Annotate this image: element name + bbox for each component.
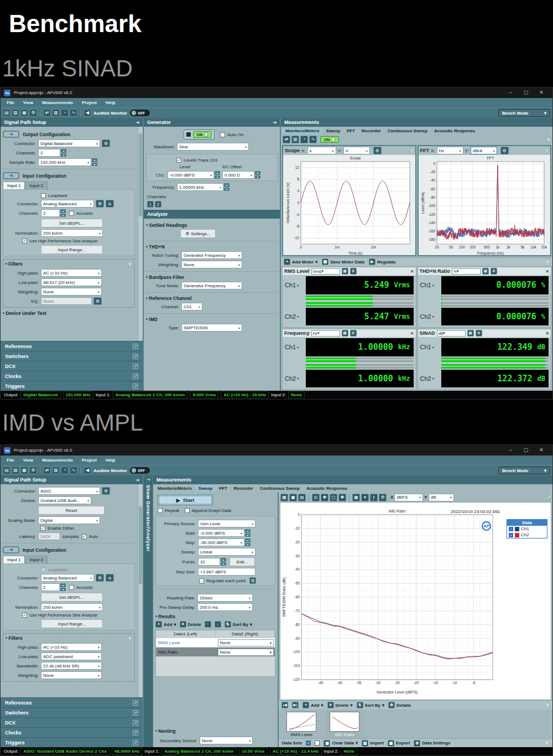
clock-icon[interactable]: ◔ xyxy=(300,136,308,143)
data2-select[interactable]: None▾ xyxy=(218,639,274,646)
reset-button[interactable]: Reset xyxy=(38,506,105,515)
display-mode-icon[interactable]: ▦ xyxy=(342,268,348,275)
tab-recorder[interactable]: Recorder xyxy=(231,485,256,491)
minimize-icon[interactable]: – xyxy=(503,87,518,98)
graph-x-select[interactable]: dBFS▾ xyxy=(394,494,423,501)
dataset1-checkbox[interactable]: ✓ xyxy=(306,741,311,745)
dock-icon[interactable]: ⇥ xyxy=(273,120,276,125)
popout-icon[interactable]: ↗ xyxy=(133,384,138,389)
gear-icon[interactable]: ⚙ xyxy=(476,330,482,336)
monitors-on-toggle[interactable]: ON xyxy=(320,136,339,143)
ch1-selector[interactable]: Ch1▾ xyxy=(420,344,439,350)
ch2-selector[interactable]: Ch2▾ xyxy=(420,375,439,382)
scope-settings-button[interactable]: ⚙ xyxy=(373,147,382,154)
close-icon[interactable]: ✕ xyxy=(410,269,414,274)
export-button[interactable]: ▦Export xyxy=(388,740,410,747)
show-generator-analyzer-strip[interactable]: ⇥ Show Generator/Analyzer xyxy=(144,475,153,747)
points-stepper[interactable]: ▴▾ xyxy=(221,558,226,566)
points-input[interactable]: 31 xyxy=(198,558,220,566)
menu-view[interactable]: View xyxy=(19,458,37,463)
display-mode-icon[interactable]: ▦ xyxy=(342,330,348,336)
result-row-rms-level[interactable]: RMS LevelNone▾ xyxy=(156,638,275,647)
set-dbspl-button[interactable]: Set dBSPL... xyxy=(41,593,103,602)
input-mic-button[interactable]: A xyxy=(106,200,114,208)
imd-type-select[interactable]: SMPTE/DIN▾ xyxy=(181,324,242,332)
primary-source-select[interactable]: Gen Level▾ xyxy=(198,520,255,527)
audible-monitor-toggle[interactable]: OFF xyxy=(130,467,150,474)
gear-icon[interactable]: ⚙ xyxy=(350,330,357,336)
input-channels-stepper[interactable]: ▴▾ xyxy=(60,583,66,591)
fit-icon[interactable]: ▢ xyxy=(330,494,337,501)
minimize-icon[interactable]: – xyxy=(503,445,518,455)
ref-channel-select[interactable]: Ch1▾ xyxy=(181,303,202,310)
input-connector-settings-button[interactable]: ⚙ xyxy=(96,200,104,208)
sidebar-item-dcx[interactable]: DCX↗ xyxy=(1,717,143,727)
save-icon[interactable]: ▦ xyxy=(20,109,28,117)
settings-icon[interactable]: ⚙ xyxy=(29,467,37,474)
input-connector-select[interactable]: Analog Balanced▾ xyxy=(41,200,94,208)
popout-icon[interactable]: ↗ xyxy=(133,730,138,736)
ch2-selector[interactable]: Ch2▾ xyxy=(420,313,439,320)
close-icon[interactable]: ✕ xyxy=(534,445,549,455)
reading-rate-select[interactable]: 16/sec▾ xyxy=(197,594,253,602)
level-input[interactable]: -0.000 dBFS▾ xyxy=(168,171,214,179)
close-icon[interactable]: ✕ xyxy=(545,331,549,336)
unit-select[interactable]: dB▾ xyxy=(437,330,466,336)
latency-auto-checkbox[interactable]: ✓ xyxy=(82,534,87,539)
tab-continuous-sweep[interactable]: Continuous Sweep xyxy=(385,128,430,134)
tab-monitors-meters[interactable]: Monitors/Meters xyxy=(283,128,322,134)
popout-icon[interactable]: ↗ xyxy=(133,710,138,716)
lowpass-select[interactable]: AES17 (20 kHz)▾ xyxy=(41,278,102,286)
scope-y-select[interactable]: V▾ xyxy=(343,147,370,154)
sidebar-item-switchers[interactable]: Switchers↗ xyxy=(1,707,143,717)
regulate-settings-button[interactable]: ⚙ xyxy=(249,577,256,584)
set-dbspl-button[interactable]: Set dBSPL... xyxy=(41,219,103,227)
lowpass-select[interactable]: ADC passband▾ xyxy=(41,653,102,660)
menu-help[interactable]: Help xyxy=(102,100,119,105)
swap-icon[interactable]: ⇄ xyxy=(283,136,290,143)
cursor-mode-icon[interactable]: ▾ xyxy=(361,494,369,501)
sidebar-item-dcx[interactable]: DCX↗ xyxy=(1,361,143,371)
input-channels-input[interactable]: 2 xyxy=(41,583,60,591)
loopback-checkbox[interactable] xyxy=(41,193,46,198)
delete-result-button[interactable]: ✕Delete xyxy=(180,621,201,628)
weighting-select[interactable]: None▾ xyxy=(41,671,102,679)
ch2-visible-checkbox[interactable]: ✓ xyxy=(509,533,513,537)
meters-icon[interactable]: ▥ xyxy=(291,136,299,143)
open-file-icon[interactable]: ▧ xyxy=(12,109,19,117)
bandwidth-select[interactable]: 22.4k (48 kHz SR)▾ xyxy=(41,662,102,670)
input-connector-select[interactable]: Analog Balanced▾ xyxy=(41,574,94,582)
latency-input[interactable]: 2424 xyxy=(38,532,60,540)
ch1-selector[interactable]: Ch1▾ xyxy=(420,282,439,288)
dc-offset-stepper[interactable]: ▴▾ xyxy=(255,171,260,179)
menu-project[interactable]: Project xyxy=(78,100,101,105)
clock-icon[interactable]: ◔ xyxy=(61,109,69,117)
sidebar-item-triggers[interactable]: Triggers↗ xyxy=(1,381,143,391)
output-connector-select[interactable]: ASIO▾ xyxy=(38,487,100,495)
sidebar-item-clocks[interactable]: Clocks↗ xyxy=(1,727,143,737)
data2-select[interactable]: None▾ xyxy=(218,649,274,656)
popout-icon[interactable]: ↗ xyxy=(405,269,409,274)
meters-icon[interactable]: ▥ xyxy=(52,467,60,474)
maximize-icon[interactable]: ▢ xyxy=(518,445,534,455)
sort-by-button[interactable]: ⇅Sort By▾ xyxy=(225,621,252,628)
regulate-button[interactable]: ▶Regulate xyxy=(369,258,396,265)
graph-settings-icon[interactable]: ⚙ xyxy=(379,494,387,501)
sweep-start-stepper[interactable]: ▴▾ xyxy=(245,529,251,537)
first-result-button[interactable]: |◀ xyxy=(281,702,288,708)
sweep-stop-stepper[interactable]: ▴▾ xyxy=(245,538,251,546)
menu-project[interactable]: Project xyxy=(78,458,101,463)
waveform-select[interactable]: Sine▾ xyxy=(177,143,249,151)
save-meter-data-button[interactable]: ▦Save Meter Data xyxy=(322,258,364,265)
highpass-select[interactable]: AC (<10 Hz)▾ xyxy=(41,269,102,277)
graph-y-select[interactable]: dB▾ xyxy=(429,494,454,501)
eq-settings-button[interactable]: ⚙ xyxy=(93,297,102,305)
edit-points-button[interactable]: Edit... xyxy=(229,557,255,566)
left-scrollbar[interactable] xyxy=(138,127,143,341)
popout-icon[interactable]: ↗ xyxy=(133,344,138,349)
input-range-button[interactable]: Input Range... xyxy=(41,619,103,628)
level-stepper[interactable]: ▴▾ xyxy=(215,171,220,179)
popout-icon[interactable]: ↗ xyxy=(133,364,138,369)
tab-sweep[interactable]: Sweep xyxy=(324,128,343,134)
eq-input[interactable]: None xyxy=(41,297,92,305)
